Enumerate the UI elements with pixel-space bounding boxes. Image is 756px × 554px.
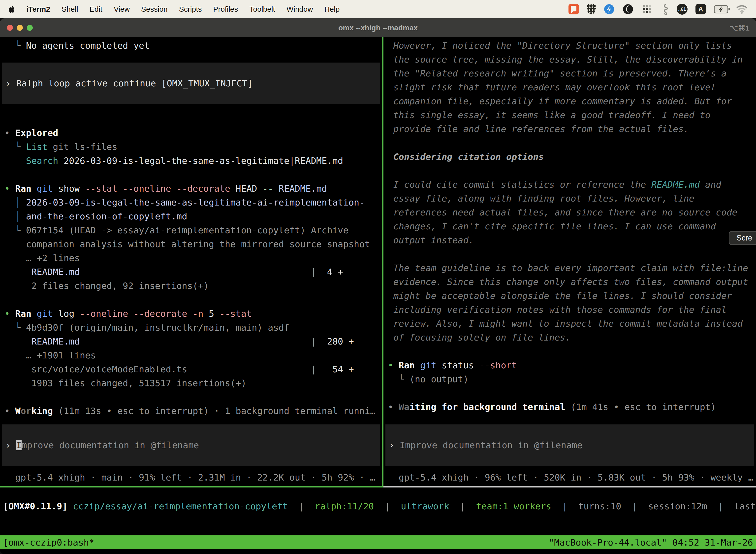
- menu-item-help[interactable]: Help: [324, 5, 340, 13]
- terminal-line: Search 2026-03-09-is-legal-the-same-as-l…: [4, 154, 382, 168]
- wifi-icon[interactable]: [736, 5, 748, 14]
- terminal-line: the source tree, missing the essay. Stil…: [388, 53, 756, 66]
- window-titlebar: omx --xhigh --madmax ⌥⌘1: [0, 18, 756, 38]
- blank-line: [4, 293, 382, 307]
- terminal-line: evidence. Since this change only affects…: [388, 275, 756, 289]
- terminal-line: companion file, especially if more comme…: [388, 94, 756, 108]
- terminal-area: └ No agents completed yet› Ralph loop ac…: [0, 37, 756, 554]
- terminal-line: src/voice/voiceModeEnabled.ts | 54 +: [4, 363, 382, 376]
- terminal-line: │ 2026-03-09-is-legal-the-same-as-legiti…: [4, 196, 382, 210]
- prompt-text: › Improve documentation in @filename: [5, 438, 199, 452]
- terminal-line: this single essay, it seems like a good …: [388, 108, 756, 122]
- terminal-line: └ 4b9d30f (origin/main, instructkr/main,…: [4, 321, 382, 335]
- window-shortcut-badge: ⌥⌘1: [730, 23, 750, 32]
- terminal-line: companion analysis without altering the …: [4, 237, 382, 251]
- crescent-app-icon[interactable]: [623, 4, 633, 15]
- battery-icon[interactable]: [714, 5, 728, 13]
- tmux-host-clock-label: "MacBook-Pro-44.local" 04:52 31-Mar-26: [549, 537, 753, 548]
- terminal-line: output instead.: [388, 233, 756, 247]
- apple-menu-icon[interactable]: [8, 5, 15, 13]
- terminal-line: changes, I can't cite specific file line…: [388, 219, 756, 233]
- terminal-line: │ and-the-erosion-of-copyleft.md: [4, 210, 382, 223]
- blank-line: [388, 386, 756, 400]
- blank-line: [4, 168, 382, 182]
- terminal-line: README.md | 4 +: [4, 265, 382, 279]
- terminal-line: review. Also, I might want to inspect th…: [388, 317, 756, 331]
- terminal-line: [OMX#0.11.9] cczip/essay/ai-reimplementa…: [3, 499, 756, 513]
- terminal-line: the "Related research writing" section i…: [388, 66, 756, 80]
- terminal-line: └ List git ls-files: [4, 140, 382, 154]
- menu-item-shell[interactable]: Shell: [62, 5, 78, 13]
- terminal-line: • Ran git log --oneline --decorate -n 5 …: [4, 307, 382, 321]
- shield-app-icon[interactable]: [587, 4, 596, 14]
- dots-grid-icon[interactable]: [641, 4, 652, 15]
- blank-line: [388, 344, 756, 358]
- terminal-line: • Ran git status --short: [388, 358, 756, 372]
- right-agent-pane[interactable]: However, I noticed the "Directory Struct…: [383, 37, 756, 487]
- menu-item-profiles[interactable]: Profiles: [213, 5, 238, 13]
- menu-item-iterm2[interactable]: iTerm2: [26, 5, 50, 13]
- tmux-session-label: [omx-cczip0:bash*: [3, 537, 94, 548]
- terminal-line: of focusing solely on file lines.: [388, 331, 756, 344]
- blank-line: [388, 247, 756, 261]
- terminal-line: Considering citation options: [388, 150, 756, 164]
- left-pane-bottom-border: [0, 486, 383, 488]
- tmux-status-bar: [omx-cczip0:bash* "MacBook-Pro-44.local"…: [0, 535, 756, 549]
- window-title: omx --xhigh --madmax: [0, 23, 756, 32]
- terminal-line: README.md | 280 +: [4, 335, 382, 348]
- blank-line: [4, 390, 382, 404]
- iterm2-window: omx --xhigh --madmax ⌥⌘1 └ No agents com…: [0, 18, 756, 554]
- prompt-text: › Improve documentation in @filename: [389, 438, 582, 452]
- screen-overlay-tooltip: Scre: [729, 231, 756, 245]
- menu-item-window[interactable]: Window: [287, 5, 313, 13]
- terminal-line: 1903 files changed, 513517 insertions(+): [4, 376, 382, 390]
- prompt-input-box[interactable]: › Improve documentation in @filename: [385, 425, 754, 466]
- terminal-line: gpt-5.4 xhigh · 96% left · 520K in · 5.8…: [388, 470, 756, 485]
- menu-status-icons: ..61 A: [568, 3, 748, 15]
- left-agent-pane[interactable]: └ No agents completed yet› Ralph loop ac…: [0, 37, 382, 487]
- prompt-input-box[interactable]: › Improve documentation in @filename: [2, 425, 380, 466]
- bolt-app-icon[interactable]: [604, 4, 615, 15]
- terminal-line: However, I noticed the "Directory Struct…: [388, 39, 756, 53]
- terminal-line: essay file, along with finding root file…: [388, 191, 756, 206]
- prompt-text: › Ralph loop active continue [OMX_TMUX_I…: [5, 76, 253, 90]
- terminal-line: provide file and line references from th…: [388, 122, 756, 136]
- prompt-input-box[interactable]: › Ralph loop active continue [OMX_TMUX_I…: [2, 63, 380, 104]
- squiggle-icon[interactable]: [660, 3, 669, 15]
- terminal-line: └ No agents completed yet: [4, 39, 382, 53]
- terminal-line: including verification notes with those …: [388, 303, 756, 317]
- terminal-line: The team guideline is to back every impo…: [388, 261, 756, 275]
- terminal-line: I could cite commit statistics or refere…: [388, 178, 756, 191]
- chat-app-icon[interactable]: [568, 4, 579, 14]
- terminal-line: └ (no output): [388, 372, 756, 386]
- terminal-line: gpt-5.4 xhigh · main · 91% left · 2.31M …: [4, 470, 382, 485]
- terminal-line: references need actual files, and since …: [388, 206, 756, 219]
- battery-percent-badge-icon[interactable]: ..61: [677, 4, 688, 15]
- blank-line: [388, 136, 756, 150]
- right-pane-bottom-border: [383, 486, 756, 488]
- menu-item-session[interactable]: Session: [141, 5, 168, 13]
- terminal-line: might be acceptable alongside the file l…: [388, 289, 756, 303]
- terminal-line: • Explored: [4, 126, 382, 140]
- blank-line: [388, 164, 756, 178]
- terminal-line: • Working (11m 13s • esc to interrupt) ·…: [4, 404, 382, 418]
- terminal-line: • Waiting for background terminal (1m 41…: [388, 400, 756, 414]
- menu-item-view[interactable]: View: [114, 5, 130, 13]
- menu-item-toolbelt[interactable]: Toolbelt: [250, 5, 275, 13]
- terminal-line: 2 files changed, 92 insertions(+): [4, 279, 382, 293]
- omx-status-line: [OMX#0.11.9] cczip/essay/ai-reimplementa…: [0, 499, 756, 513]
- terminal-line: • Ran git show --stat --oneline --decora…: [4, 182, 382, 196]
- terminal-line: … +1901 lines: [4, 348, 382, 363]
- terminal-line: └ 067f154 (HEAD -> essay/ai-reimplementa…: [4, 223, 382, 237]
- terminal-line: … +2 lines: [4, 251, 382, 265]
- menu-item-scripts[interactable]: Scripts: [179, 5, 202, 13]
- assistant-app-icon[interactable]: A: [695, 4, 706, 14]
- terminal-line: slight risk that future readers may over…: [388, 80, 756, 94]
- menu-bar: iTerm2 Shell Edit View Session Scripts P…: [0, 0, 756, 18]
- menu-item-edit[interactable]: Edit: [89, 5, 103, 13]
